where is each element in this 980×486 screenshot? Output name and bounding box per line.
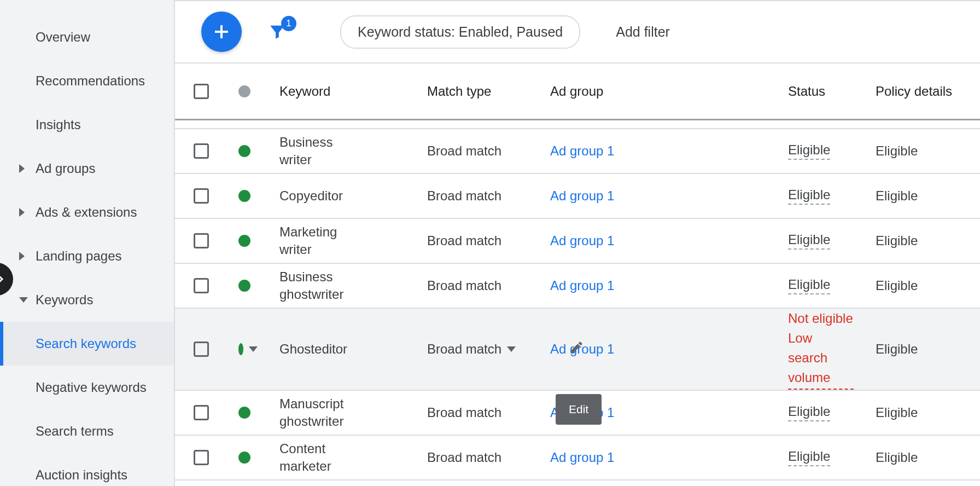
filter-count-badge: 1 bbox=[281, 16, 296, 31]
status-text[interactable]: Eligible bbox=[788, 187, 830, 205]
policy-text: Eligible bbox=[876, 405, 918, 420]
keyword-text: Copyeditor bbox=[279, 187, 361, 205]
status-text[interactable]: Eligible bbox=[788, 277, 830, 294]
table-row[interactable]: Business writerBroad matchAd group 1Elig… bbox=[175, 129, 980, 174]
sidebar-item-label: Ad groups bbox=[36, 161, 95, 176]
row-checkbox[interactable] bbox=[194, 450, 209, 465]
select-all-checkbox[interactable] bbox=[194, 84, 209, 99]
ad-group-link[interactable]: Ad group 1 bbox=[550, 143, 614, 158]
status-enabled-icon bbox=[238, 190, 250, 202]
status-text[interactable]: Eligible bbox=[788, 449, 830, 466]
column-header-ad-group[interactable]: Ad group bbox=[539, 84, 777, 99]
column-header-policy[interactable]: Policy details bbox=[865, 84, 980, 99]
table-row[interactable]: Content marketerBroad matchAd group 1Eli… bbox=[175, 436, 980, 481]
sidebar-item-ad-groups[interactable]: Ad groups bbox=[0, 147, 174, 190]
status-text[interactable]: Eligible bbox=[788, 142, 830, 160]
sidebar-item-ads-extensions[interactable]: Ads & extensions bbox=[0, 190, 174, 234]
keyword-text: Content marketer bbox=[279, 440, 361, 476]
chevron-right-icon bbox=[19, 164, 25, 173]
edit-icon[interactable] bbox=[569, 340, 584, 358]
status-enabled-icon bbox=[238, 145, 250, 157]
policy-text: Eligible bbox=[876, 143, 918, 158]
row-checkbox[interactable] bbox=[194, 188, 209, 204]
add-filter-button[interactable]: Add filter bbox=[616, 24, 670, 40]
chevron-down-icon[interactable] bbox=[249, 346, 258, 352]
sidebar-item-label: Ads & extensions bbox=[36, 205, 137, 220]
match-type-text: Broad match bbox=[427, 233, 501, 248]
policy-text: Eligible bbox=[876, 188, 918, 203]
sidebar-item-search-terms[interactable]: Search terms bbox=[0, 409, 174, 453]
match-type-text: Broad match bbox=[427, 278, 501, 293]
sidebar-item-auction-insights[interactable]: Auction insights bbox=[0, 453, 174, 486]
keyword-text: Business writer bbox=[279, 134, 361, 169]
status-text[interactable]: Eligible bbox=[788, 404, 830, 421]
row-checkbox[interactable] bbox=[194, 342, 209, 357]
ad-group-link[interactable]: Ad group 1 bbox=[550, 450, 614, 465]
table-row[interactable]: Marketing writerBroad matchAd group 1Eli… bbox=[175, 219, 980, 264]
sidebar-item-label: Negative keywords bbox=[36, 380, 147, 395]
sidebar-item-insights[interactable]: Insights bbox=[0, 103, 174, 147]
sidebar-item-recommendations[interactable]: Recommendations bbox=[0, 59, 174, 103]
sidebar-item-landing-pages[interactable]: Landing pages bbox=[0, 234, 174, 278]
sidebar-item-search-keywords[interactable]: Search keywords bbox=[0, 322, 174, 366]
ad-group-link[interactable]: Ad group 1 bbox=[550, 233, 614, 248]
policy-text: Eligible bbox=[876, 450, 918, 465]
sidebar-item-overview[interactable]: Overview bbox=[0, 15, 174, 59]
status-enabled-icon bbox=[238, 407, 250, 419]
sidebar-item-label: Auction insights bbox=[36, 467, 127, 483]
toolbar: 1 Keyword status: Enabled, Paused Add fi… bbox=[175, 1, 980, 63]
table-row[interactable]: GhosteditorBroad matchAd group 1Not elig… bbox=[175, 309, 980, 391]
policy-text: Eligible bbox=[876, 278, 918, 293]
policy-text: Eligible bbox=[876, 342, 918, 356]
sidebar-item-negative-keywords[interactable]: Negative keywords bbox=[0, 366, 174, 409]
sidebar-item-label: Keywords bbox=[36, 292, 93, 308]
table-row[interactable]: Manuscript ghostwriterBroad matchAd grou… bbox=[175, 391, 980, 436]
policy-text: Eligible bbox=[876, 233, 918, 248]
chevron-down-icon bbox=[19, 297, 28, 303]
sidebar-item-label: Recommendations bbox=[36, 73, 145, 89]
filter-icon[interactable]: 1 bbox=[264, 22, 291, 41]
sidebar-item-label: Insights bbox=[36, 117, 81, 132]
column-header-status[interactable]: Status bbox=[777, 84, 865, 99]
status-dot-header-icon bbox=[238, 85, 250, 97]
column-header-keyword[interactable]: Keyword bbox=[269, 84, 416, 99]
ad-group-link[interactable]: Ad group 1 bbox=[550, 188, 614, 203]
status-text[interactable]: Not eligible Low search volume bbox=[788, 309, 854, 390]
chevron-right-icon bbox=[19, 252, 25, 261]
row-checkbox[interactable] bbox=[194, 278, 209, 293]
column-header-match-type[interactable]: Match type bbox=[416, 84, 539, 99]
status-enabled-icon[interactable] bbox=[238, 343, 243, 355]
status-enabled-icon bbox=[238, 280, 250, 292]
keyword-text: Marketing writer bbox=[279, 223, 361, 259]
add-keyword-button[interactable] bbox=[201, 11, 242, 52]
sidebar-item-label: Overview bbox=[36, 30, 90, 45]
match-type-text: Broad match bbox=[427, 450, 501, 465]
ad-group-link[interactable]: Ad group 1 bbox=[550, 405, 614, 420]
match-type-text: Broad match bbox=[427, 405, 501, 420]
row-checkbox[interactable] bbox=[194, 143, 209, 159]
status-text[interactable]: Eligible bbox=[788, 232, 830, 250]
keyword-text: Business ghostwriter bbox=[279, 268, 361, 304]
main-panel: 1 Keyword status: Enabled, Paused Add fi… bbox=[175, 0, 980, 486]
sidebar-item-keywords[interactable]: Keywords bbox=[0, 278, 174, 322]
row-checkbox[interactable] bbox=[194, 405, 209, 420]
filter-chip-keyword-status[interactable]: Keyword status: Enabled, Paused bbox=[340, 15, 580, 49]
sidebar: OverviewRecommendationsInsightsAd groups… bbox=[0, 0, 175, 486]
row-checkbox[interactable] bbox=[194, 233, 209, 248]
match-type-text: Broad match bbox=[427, 188, 501, 204]
sidebar-item-label: Search terms bbox=[36, 424, 114, 439]
table-header-row: Keyword Match type Ad group Status Polic… bbox=[175, 63, 980, 120]
sidebar-item-label: Search keywords bbox=[36, 336, 136, 351]
match-type-text: Broad match bbox=[427, 342, 501, 357]
sidebar-item-label: Landing pages bbox=[36, 248, 121, 264]
ad-group-link[interactable]: Ad group 1 bbox=[550, 278, 614, 293]
table-row[interactable]: CopyeditorBroad matchAd group 1EligibleE… bbox=[175, 174, 980, 219]
keyword-text: Manuscript ghostwriter bbox=[279, 395, 361, 431]
table-row[interactable]: Business ghostwriterBroad matchAd group … bbox=[175, 264, 980, 309]
status-enabled-icon bbox=[238, 235, 250, 247]
match-type-text: Broad match bbox=[427, 143, 501, 159]
chevron-right-icon bbox=[19, 208, 25, 217]
keyword-text: Ghosteditor bbox=[279, 340, 361, 358]
keywords-table: Keyword Match type Ad group Status Polic… bbox=[175, 63, 980, 486]
chevron-down-icon[interactable] bbox=[507, 346, 516, 352]
